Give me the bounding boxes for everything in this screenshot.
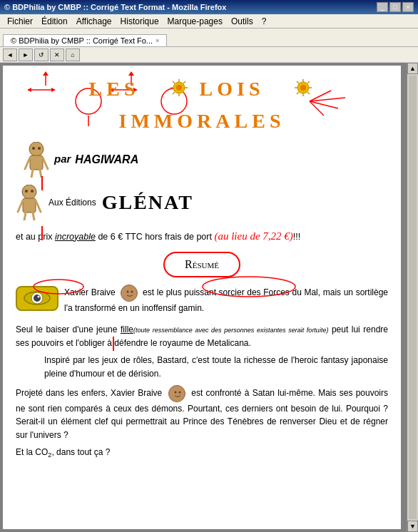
publisher-name: GLÉNAT <box>102 188 193 218</box>
svg-point-68 <box>174 391 176 393</box>
menu-outils[interactable]: Outils <box>227 15 258 28</box>
para1-text: Xavier Braive est le plus puissant sorci… <box>64 285 388 315</box>
svg-line-53 <box>18 200 23 212</box>
svg-line-45 <box>25 158 30 169</box>
svg-line-48 <box>40 170 41 178</box>
svg-line-56 <box>33 213 34 220</box>
price-text2: de 6 € TTC hors frais de port <box>98 232 212 242</box>
menu-historique[interactable]: Historique <box>116 15 163 28</box>
svg-line-32 <box>173 92 175 94</box>
face-icon-2 <box>168 385 185 402</box>
svg-line-46 <box>43 158 48 169</box>
svg-line-54 <box>36 200 41 212</box>
eye-svg <box>23 290 51 306</box>
svg-line-47 <box>31 170 33 178</box>
price-text1: et au prix <box>16 232 52 242</box>
close-button[interactable]: × <box>402 2 414 12</box>
character-icon-1 <box>23 142 50 178</box>
tab-close-button[interactable]: × <box>156 37 159 44</box>
svg-line-41 <box>307 81 310 83</box>
face-icon-1 <box>121 285 138 302</box>
price-old: (au lieu de 7,22 €) <box>214 230 292 242</box>
svg-line-55 <box>24 213 26 220</box>
svg-point-61 <box>34 295 41 302</box>
publisher-line: Aux Éditions GLÉNAT <box>16 185 388 220</box>
tab-bar: © BDPhilia by CMBP :: Corrigé Text Fo...… <box>0 29 418 47</box>
svg-line-42 <box>297 92 299 94</box>
svg-point-24 <box>176 85 182 91</box>
character-icon-2 <box>16 185 43 220</box>
para2-part1: Seul le baiser d'une jeune <box>16 324 117 334</box>
svg-rect-70 <box>173 398 183 402</box>
svg-point-58 <box>31 190 34 193</box>
menu-edition[interactable]: Édition <box>37 15 72 28</box>
para1-section: Xavier Braive est le plus puissant sorci… <box>16 285 388 319</box>
sun-icon-1 <box>169 78 189 98</box>
svg-point-49 <box>32 147 35 150</box>
svg-point-64 <box>126 290 128 292</box>
menu-help[interactable]: ? <box>258 15 271 28</box>
author-prefix: par <box>54 151 71 168</box>
reload-button[interactable]: ↺ <box>34 48 49 61</box>
stop-button[interactable]: ✕ <box>50 48 64 61</box>
minimize-button[interactable]: _ <box>377 2 388 12</box>
para2-text: Seul le baiser d'une jeune fille(toute r… <box>16 323 388 349</box>
menu-bar: Fichier Édition Affichage Historique Mar… <box>0 14 418 29</box>
maximize-button[interactable]: □ <box>389 2 401 12</box>
svg-rect-66 <box>125 297 135 302</box>
resume-box: Résumé <box>163 252 240 277</box>
price-exclaim: !!! <box>293 232 300 242</box>
resume-section: Résumé <box>16 252 388 277</box>
svg-point-51 <box>22 185 36 199</box>
menu-marque-pages[interactable]: Marque-pages <box>163 15 227 28</box>
svg-line-39 <box>297 81 299 83</box>
author-line: par HAGIWARA <box>23 142 388 178</box>
svg-point-57 <box>25 190 28 193</box>
svg-line-31 <box>183 81 185 83</box>
svg-point-67 <box>173 388 183 398</box>
toolbar: ◄ ► ↺ ✕ ⌂ <box>0 47 418 63</box>
publisher-prefix: Aux Éditions <box>49 196 96 209</box>
title-les: L <box>89 78 107 100</box>
svg-point-63 <box>125 287 135 297</box>
para5-text: Et la CO2, dans tout ça ? <box>16 446 388 461</box>
para4-part1: Projeté dans les enfers, Xavier Braive <box>16 388 162 398</box>
para3-text: Inspiré par les jeux de rôles, Bastard, … <box>44 354 388 380</box>
svg-point-69 <box>178 391 180 393</box>
book-title: LES LOIS <box>16 74 388 136</box>
para2-fille: fille <box>121 324 133 334</box>
svg-point-50 <box>38 147 41 150</box>
svg-rect-44 <box>30 155 43 170</box>
price-line: et au prix incroyable de 6 € TTC hors fr… <box>16 227 388 245</box>
price-word: incroyable <box>55 232 96 242</box>
para4-text: Projeté dans les enfers, Xavier Braive e… <box>16 385 388 442</box>
scroll-up-button[interactable]: ▲ <box>407 63 418 74</box>
page-content: LES LOIS <box>3 66 401 529</box>
window-title: © BDPhilia by CMBP :: Corrigé Text Forma… <box>4 3 226 11</box>
svg-rect-52 <box>23 198 36 213</box>
svg-point-43 <box>29 142 44 156</box>
scroll-down-button[interactable]: ▼ <box>407 521 418 532</box>
window-title-bar: © BDPhilia by CMBP :: Corrigé Text Forma… <box>0 0 418 14</box>
para1-part1: Xavier Braive <box>64 287 116 297</box>
svg-line-30 <box>183 92 185 94</box>
eye-icon <box>16 286 58 311</box>
para5-co: Et la CO <box>16 447 48 457</box>
author-name: HAGIWARA <box>75 151 138 168</box>
svg-line-40 <box>307 92 310 94</box>
menu-affichage[interactable]: Affichage <box>72 15 116 28</box>
svg-point-34 <box>300 85 306 91</box>
sun-icon-2 <box>293 78 313 98</box>
menu-fichier[interactable]: Fichier <box>3 15 37 28</box>
tab-main[interactable]: © BDPhilia by CMBP :: Corrigé Text Fo...… <box>3 34 167 46</box>
para5-end: , dans tout ça ? <box>51 447 110 457</box>
scroll-thumb[interactable] <box>409 76 417 519</box>
home-button[interactable]: ⌂ <box>66 48 80 61</box>
scroll-area: LES LOIS <box>0 63 418 532</box>
para2-annotation: (toute ressemblance avec des personnes e… <box>133 327 328 334</box>
forward-button[interactable]: ► <box>19 48 33 61</box>
window-controls[interactable]: _ □ × <box>377 2 414 12</box>
svg-line-29 <box>173 81 175 83</box>
back-button[interactable]: ◄ <box>3 48 17 61</box>
tab-label: © BDPhilia by CMBP :: Corrigé Text Fo... <box>11 36 153 45</box>
